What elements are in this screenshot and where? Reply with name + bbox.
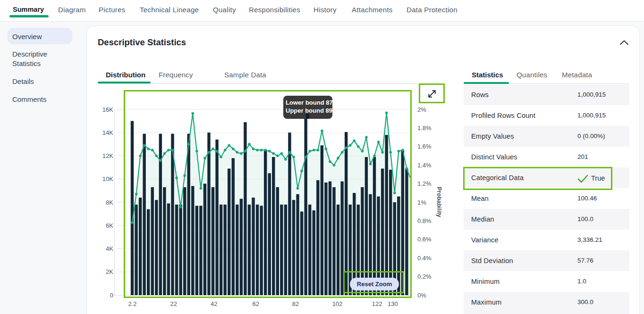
svg-text:0%: 0%	[417, 292, 426, 299]
svg-text:10K: 10K	[102, 175, 113, 182]
svg-text:0: 0	[110, 292, 113, 299]
svg-text:1.4%: 1.4%	[417, 162, 432, 169]
svg-text:12K: 12K	[102, 152, 113, 159]
svg-text:2.2: 2.2	[128, 300, 136, 307]
svg-text:122: 122	[372, 300, 382, 307]
svg-text:0.4%: 0.4%	[417, 255, 432, 262]
svg-text:Probability: Probability	[436, 187, 442, 217]
svg-text:82: 82	[292, 300, 299, 307]
svg-text:1.6%: 1.6%	[417, 143, 432, 150]
svg-text:14K: 14K	[102, 129, 113, 136]
svg-text:1.8%: 1.8%	[417, 124, 432, 132]
svg-text:130: 130	[388, 300, 398, 307]
svg-text:0.8%: 0.8%	[417, 217, 432, 224]
svg-text:0.2%: 0.2%	[417, 273, 432, 280]
svg-text:2K: 2K	[106, 268, 113, 275]
svg-text:62: 62	[253, 300, 259, 307]
svg-text:8K: 8K	[106, 199, 113, 206]
svg-text:16K: 16K	[102, 106, 113, 113]
svg-text:22: 22	[170, 300, 177, 307]
svg-text:2%: 2%	[417, 106, 426, 113]
svg-text:42: 42	[211, 300, 217, 307]
svg-text:0.6%: 0.6%	[417, 236, 432, 243]
svg-text:1.2%: 1.2%	[417, 180, 432, 187]
svg-text:4K: 4K	[106, 245, 113, 252]
svg-text:1%: 1%	[417, 199, 426, 206]
svg-text:102: 102	[332, 300, 343, 307]
svg-text:6K: 6K	[106, 222, 113, 229]
